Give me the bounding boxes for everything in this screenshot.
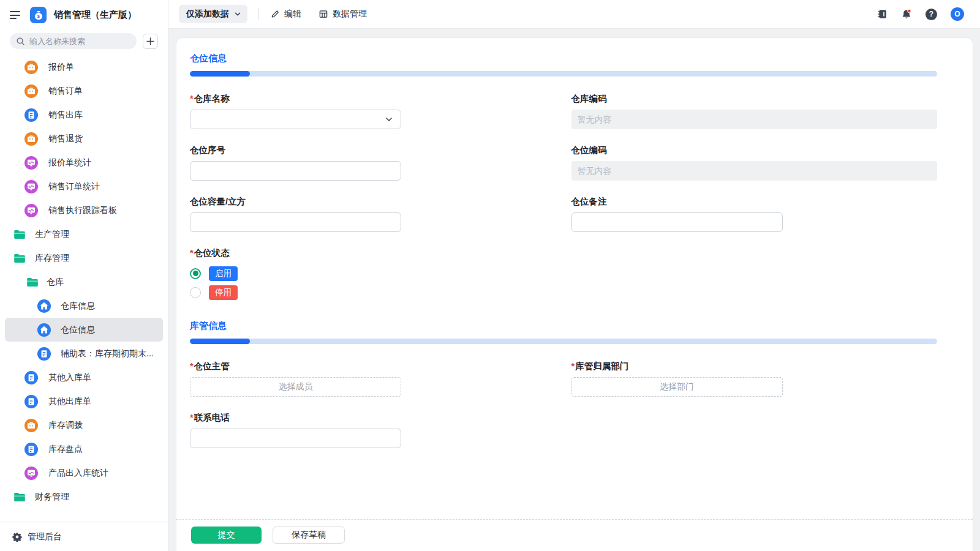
bin-status-label: 仓位状态 <box>190 247 556 259</box>
section-progress-bar <box>190 71 937 77</box>
sidebar-item-production-mgmt[interactable]: 生产管理 <box>0 222 168 246</box>
mode-dropdown[interactable]: 仅添加数据 <box>179 5 247 23</box>
chart-monitor-icon <box>24 204 38 217</box>
admin-backend-link[interactable]: 管理后台 <box>0 522 168 551</box>
sidebar-header: $ 销售管理（生产版） <box>0 0 168 29</box>
top-toolbar: 仅添加数据 编辑 数据管理 O <box>168 0 980 29</box>
sidebar-menu: 报价单 销售订单 销售出库 销售退货 报价单统计 销售订单统计 销售执行跟踪看板… <box>0 54 168 522</box>
home-icon <box>37 299 51 313</box>
field-warehouse-name: 仓库名称 <box>190 93 556 129</box>
bin-capacity-input[interactable] <box>190 212 401 232</box>
sidebar-item-sales-return[interactable]: 销售退货 <box>0 127 168 151</box>
sidebar-item-inventory-transfer[interactable]: 库存调拨 <box>0 413 168 437</box>
section-progress-bar <box>190 339 937 344</box>
clipboard-icon <box>24 84 38 98</box>
sidebar: $ 销售管理（生产版） 报价单 销售订单 销售出库 销售退货 报价单统计 销售订… <box>0 0 168 551</box>
user-avatar[interactable]: O <box>951 7 964 21</box>
sidebar-item-sales-tracking-board[interactable]: 销售执行跟踪看板 <box>0 198 168 222</box>
svg-text:$: $ <box>37 13 40 18</box>
toolbar-right: O <box>877 7 964 21</box>
table-icon <box>318 9 328 19</box>
save-draft-button[interactable]: 保存草稿 <box>273 527 345 544</box>
sidebar-item-quotation-stats[interactable]: 报价单统计 <box>0 151 168 174</box>
menu-toggle-icon[interactable] <box>10 11 21 19</box>
form-grid-1: 仓库名称 仓库编码 仓位序号 仓位编码 <box>190 93 937 302</box>
bin-remark-input[interactable] <box>571 212 783 232</box>
form-grid-2: 仓位主管 选择成员 库管归属部门 选择部门 联系电话 <box>190 361 937 448</box>
status-option-disabled[interactable]: 停用 <box>190 283 556 302</box>
sidebar-item-sales-order[interactable]: 销售订单 <box>0 79 168 103</box>
gear-icon <box>12 532 22 542</box>
sidebar-search[interactable] <box>10 33 137 49</box>
clipboard-icon <box>24 132 38 146</box>
status-badge-disabled: 停用 <box>209 285 238 300</box>
search-icon <box>16 37 25 46</box>
radio-checked-icon[interactable] <box>190 268 201 279</box>
radio-unchecked-icon[interactable] <box>190 287 201 298</box>
folder-icon <box>13 230 26 239</box>
sidebar-item-other-inbound[interactable]: 其他入库单 <box>0 365 168 389</box>
field-bin-status: 仓位状态 启用 停用 <box>190 247 556 302</box>
bell-icon[interactable] <box>901 9 912 20</box>
progress-fill <box>190 71 250 77</box>
document-icon <box>24 443 38 456</box>
folder-icon <box>13 492 26 502</box>
folder-icon <box>26 277 39 287</box>
bin-seq-input[interactable] <box>190 161 401 181</box>
sidebar-search-row <box>0 29 168 54</box>
help-icon[interactable] <box>925 9 937 20</box>
chevron-down-icon <box>385 115 393 124</box>
sidebar-item-bin-info[interactable]: 仓位信息 <box>5 318 163 342</box>
main-area: 仅添加数据 编辑 数据管理 O 仓位信息 <box>168 0 980 551</box>
chart-monitor-icon <box>24 156 38 170</box>
bin-seq-label: 仓位序号 <box>190 144 556 156</box>
document-icon <box>37 347 51 361</box>
sidebar-item-sales-order-stats[interactable]: 销售订单统计 <box>0 174 168 198</box>
data-manage-button[interactable]: 数据管理 <box>318 9 367 20</box>
contact-phone-input[interactable] <box>190 429 401 448</box>
add-button[interactable] <box>143 34 158 49</box>
chart-monitor-icon <box>24 467 38 480</box>
field-bin-capacity: 仓位容量/立方 <box>190 196 556 232</box>
field-warehouse-code: 仓库编码 <box>571 93 938 129</box>
edit-button[interactable]: 编辑 <box>270 9 301 20</box>
field-manager-dept: 库管归属部门 选择部门 <box>571 361 938 397</box>
warehouse-code-input <box>571 110 938 129</box>
sidebar-item-sales-outbound[interactable]: 销售出库 <box>0 103 168 127</box>
member-picker[interactable]: 选择成员 <box>190 377 401 397</box>
app-logo-icon: $ <box>30 7 47 23</box>
sidebar-item-stocktaking[interactable]: 库存盘点 <box>0 437 168 461</box>
bin-code-label: 仓位编码 <box>571 144 938 156</box>
field-contact-phone: 联系电话 <box>190 412 556 448</box>
sidebar-item-warehouse[interactable]: 仓库 <box>0 270 168 294</box>
toolbar-divider <box>258 8 259 20</box>
form-footer: 提交 保存草稿 <box>176 519 973 551</box>
sidebar-item-inventory-mgmt[interactable]: 库存管理 <box>0 246 168 270</box>
sidebar-item-warehouse-info[interactable]: 仓库信息 <box>0 294 168 318</box>
field-bin-code: 仓位编码 <box>571 144 938 181</box>
home-icon <box>37 323 51 337</box>
sidebar-item-product-io-stats[interactable]: 产品出入库统计 <box>0 461 168 485</box>
warehouse-name-select[interactable] <box>190 110 401 129</box>
sidebar-item-quotation[interactable]: 报价单 <box>0 55 168 79</box>
notebook-icon[interactable] <box>877 9 888 20</box>
chevron-down-icon <box>234 10 241 18</box>
status-option-enabled[interactable]: 启用 <box>190 264 556 283</box>
sidebar-item-aux-table[interactable]: 辅助表：库存期初期末... <box>0 342 168 365</box>
status-badge-enabled: 启用 <box>209 266 238 281</box>
content-area: 仓位信息 仓库名称 仓库编码 仓位序号 仓位编码 <box>168 29 980 551</box>
app-title: 销售管理（生产版） <box>54 9 137 21</box>
clipboard-icon <box>24 419 38 432</box>
bin-remark-label: 仓位备注 <box>571 196 938 208</box>
sidebar-item-other-outbound[interactable]: 其他出库单 <box>0 389 168 413</box>
search-input[interactable] <box>29 37 130 46</box>
submit-button[interactable]: 提交 <box>191 527 262 544</box>
dept-picker[interactable]: 选择部门 <box>571 377 783 397</box>
sidebar-item-finance-mgmt[interactable]: 财务管理 <box>0 485 168 509</box>
progress-fill <box>190 339 250 344</box>
field-bin-manager: 仓位主管 选择成员 <box>190 361 556 397</box>
bin-manager-label: 仓位主管 <box>190 361 556 372</box>
manager-dept-label: 库管归属部门 <box>571 361 938 372</box>
form-card: 仓位信息 仓库名称 仓库编码 仓位序号 仓位编码 <box>176 38 973 551</box>
document-icon <box>24 108 38 122</box>
